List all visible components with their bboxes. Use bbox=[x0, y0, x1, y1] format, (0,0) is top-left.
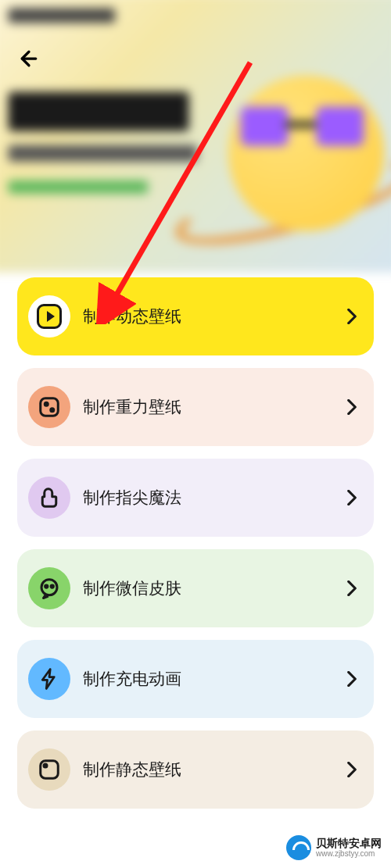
chevron-right-icon bbox=[347, 490, 357, 505]
svg-point-3 bbox=[41, 580, 57, 595]
svg-point-2 bbox=[51, 409, 54, 412]
item-wechat-skin[interactable]: 制作微信皮肤 bbox=[17, 549, 374, 627]
svg-rect-6 bbox=[41, 761, 59, 779]
item-label: 制作充电动画 bbox=[83, 668, 347, 690]
svg-point-5 bbox=[51, 585, 53, 588]
thumb-icon bbox=[28, 477, 70, 519]
dice-icon bbox=[28, 386, 70, 428]
svg-point-1 bbox=[45, 402, 48, 405]
watermark-title: 贝斯特安卓网 bbox=[316, 838, 382, 849]
chevron-right-icon bbox=[347, 671, 357, 687]
item-label: 制作静态壁纸 bbox=[83, 759, 347, 780]
item-label: 制作指尖魔法 bbox=[83, 487, 347, 509]
chevron-right-icon bbox=[347, 399, 357, 415]
back-button[interactable] bbox=[17, 47, 41, 70]
watermark-logo-icon bbox=[286, 835, 311, 860]
watermark-url: www.zjbstyy.com bbox=[316, 849, 382, 858]
frame-icon bbox=[28, 748, 70, 791]
play-icon bbox=[28, 295, 70, 338]
item-label: 制作动态壁纸 bbox=[83, 305, 347, 327]
options-list: 制作动态壁纸 制作重力壁纸 制作指尖魔法 bbox=[0, 277, 391, 821]
item-fingertip-magic[interactable]: 制作指尖魔法 bbox=[17, 459, 374, 537]
item-label: 制作重力壁纸 bbox=[83, 396, 347, 418]
chevron-right-icon bbox=[347, 762, 357, 777]
item-static-wallpaper[interactable]: 制作静态壁纸 bbox=[17, 730, 374, 809]
svg-point-7 bbox=[44, 764, 47, 767]
watermark: 贝斯特安卓网 www.zjbstyy.com bbox=[286, 835, 382, 860]
chevron-right-icon bbox=[347, 580, 357, 596]
item-label: 制作微信皮肤 bbox=[83, 577, 347, 599]
chat-icon bbox=[28, 567, 70, 609]
svg-point-4 bbox=[45, 585, 48, 588]
bolt-icon bbox=[28, 658, 70, 700]
item-gravity-wallpaper[interactable]: 制作重力壁纸 bbox=[17, 368, 374, 446]
item-dynamic-wallpaper[interactable]: 制作动态壁纸 bbox=[17, 277, 374, 355]
item-charging-animation[interactable]: 制作充电动画 bbox=[17, 640, 374, 718]
svg-rect-0 bbox=[41, 398, 59, 416]
chevron-right-icon bbox=[347, 309, 357, 324]
